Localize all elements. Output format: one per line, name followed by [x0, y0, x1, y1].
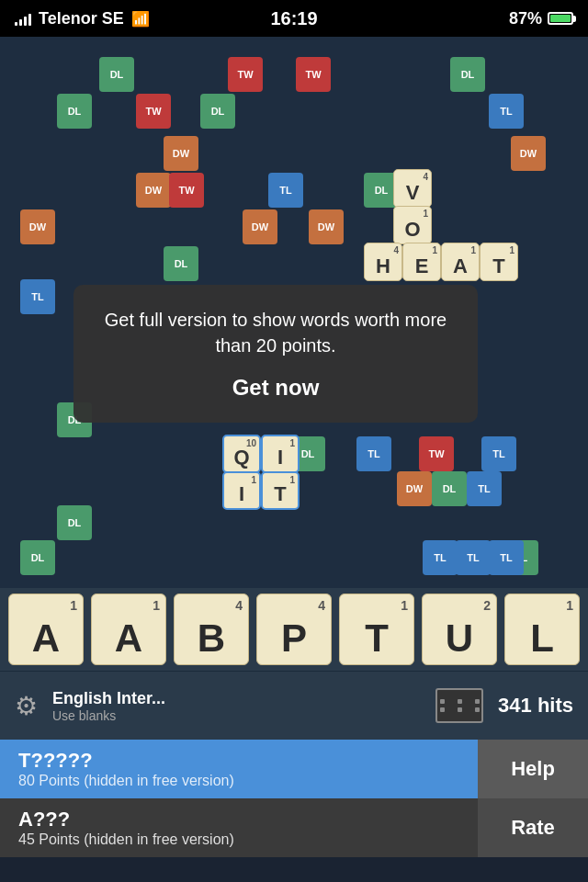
rack-tile-b[interactable]: 4 B	[174, 594, 249, 665]
special-tile-dl: DL	[99, 57, 134, 92]
special-tile-dl: DL	[164, 246, 198, 281]
film-strip-icon[interactable]	[435, 688, 483, 723]
special-tile-dl: DL	[20, 540, 55, 575]
help-button[interactable]: Help	[478, 740, 588, 798]
result-row-1[interactable]: T????? 80 Points (hidden in free version…	[0, 740, 478, 798]
rack-tile-a1-score: 1	[70, 598, 77, 613]
special-tile-dw: DW	[309, 209, 344, 244]
special-tile-dw: DW	[20, 209, 55, 244]
letter-tile-t: 1T	[261, 471, 300, 510]
carrier-label: Telenor SE	[39, 9, 124, 28]
results-list: T????? 80 Points (hidden in free version…	[0, 740, 588, 857]
battery-percent: 87%	[509, 9, 542, 28]
rack-tile-a2-score: 1	[153, 598, 160, 613]
letter-tile-i2: 1I	[222, 471, 261, 510]
control-info: English Inter... Use blanks	[52, 689, 421, 723]
rack-tile-a1[interactable]: 1 A	[8, 594, 84, 665]
special-tile-dl: DL	[450, 57, 485, 92]
result-points-1: 80 Points (hidden in free version)	[18, 773, 459, 789]
rack-tile-l-score: 1	[566, 598, 573, 613]
special-tile-tl: TL	[20, 279, 55, 314]
letter-tile-v: 4V	[393, 169, 432, 208]
get-now-button[interactable]: Get now	[101, 375, 450, 401]
letter-tile-q: 10Q	[222, 435, 261, 473]
special-tile-dl: DL	[57, 505, 92, 540]
status-left: Telenor SE 📶	[15, 9, 150, 28]
tile-rack: 1 A 1 A 4 B 4 P 1 T 2 U 1 L	[0, 588, 588, 671]
status-right: 87%	[509, 9, 573, 28]
game-subtitle: Use blanks	[52, 708, 421, 723]
result-items: T????? 80 Points (hidden in free version…	[0, 740, 478, 857]
game-title: English Inter...	[52, 689, 421, 708]
battery-icon	[548, 12, 573, 25]
game-board: DL TW TW DL DL TW DL TL DW DW DW TW TL D…	[0, 37, 588, 588]
signal-bars-icon	[15, 11, 31, 26]
rack-tile-b-score: 4	[235, 598, 243, 613]
letter-tile-h: 4H	[364, 243, 402, 281]
special-tile-tl: TL	[423, 540, 458, 575]
result-actions: Help Rate	[478, 740, 588, 857]
special-tile-dw: DW	[243, 209, 277, 244]
special-tile-tw: TW	[228, 57, 263, 92]
special-tile-tw: TW	[419, 436, 454, 471]
letter-tile-i: 1I	[261, 435, 300, 473]
letter-tile-a: 1A	[441, 243, 480, 281]
clock: 16:19	[270, 8, 317, 29]
special-tile-tl: TL	[456, 540, 491, 575]
special-tile-dw: DW	[136, 173, 171, 208]
result-word-2: A???	[18, 808, 459, 831]
rate-button[interactable]: Rate	[478, 798, 588, 857]
special-tile-tl: TL	[481, 436, 516, 471]
hits-count: 341 hits	[498, 694, 573, 718]
rack-tile-t[interactable]: 1 T	[339, 594, 414, 665]
wifi-icon: 📶	[131, 10, 150, 28]
letter-tile-t: 1T	[480, 243, 518, 281]
control-bar: ⚙ English Inter... Use blanks 341 hits	[0, 671, 588, 740]
upgrade-popup: Get full version to show words worth mor…	[74, 285, 478, 423]
result-word-1: T?????	[18, 749, 459, 773]
special-tile-dl: DL	[200, 94, 235, 129]
result-row-2[interactable]: A??? 45 Points (hidden in free version)	[0, 798, 478, 857]
special-tile-tl: TL	[467, 471, 502, 506]
letter-tile-e: 1E	[402, 243, 441, 281]
special-tile-tl: TL	[489, 540, 524, 575]
special-tile-dl: DL	[57, 94, 92, 129]
result-points-2: 45 Points (hidden in free version)	[18, 831, 459, 848]
settings-icon[interactable]: ⚙	[15, 691, 38, 721]
special-tile-tw: TW	[296, 57, 331, 92]
special-tile-tl: TL	[268, 173, 303, 208]
rack-tile-l[interactable]: 1 L	[504, 594, 580, 665]
upgrade-message: Get full version to show words worth mor…	[101, 307, 450, 358]
rack-tile-p-score: 4	[318, 598, 325, 613]
special-tile-tw: TW	[136, 94, 171, 129]
special-tile-tw: TW	[169, 173, 204, 208]
rack-tile-u-score: 2	[483, 598, 491, 613]
special-tile-dl: DL	[432, 471, 467, 506]
special-tile-dw: DW	[397, 471, 432, 506]
rack-tile-t-score: 1	[401, 598, 408, 613]
special-tile-tl: TL	[356, 436, 391, 471]
special-tile-dw: DW	[511, 136, 546, 171]
status-bar: Telenor SE 📶 16:19 87%	[0, 0, 588, 37]
rack-tile-p[interactable]: 4 P	[256, 594, 332, 665]
letter-tile-o: 1O	[393, 206, 432, 244]
rack-tile-u[interactable]: 2 U	[422, 594, 497, 665]
special-tile-dw: DW	[164, 136, 198, 171]
rack-tile-a2[interactable]: 1 A	[91, 594, 166, 665]
special-tile-tl: TL	[489, 94, 524, 129]
